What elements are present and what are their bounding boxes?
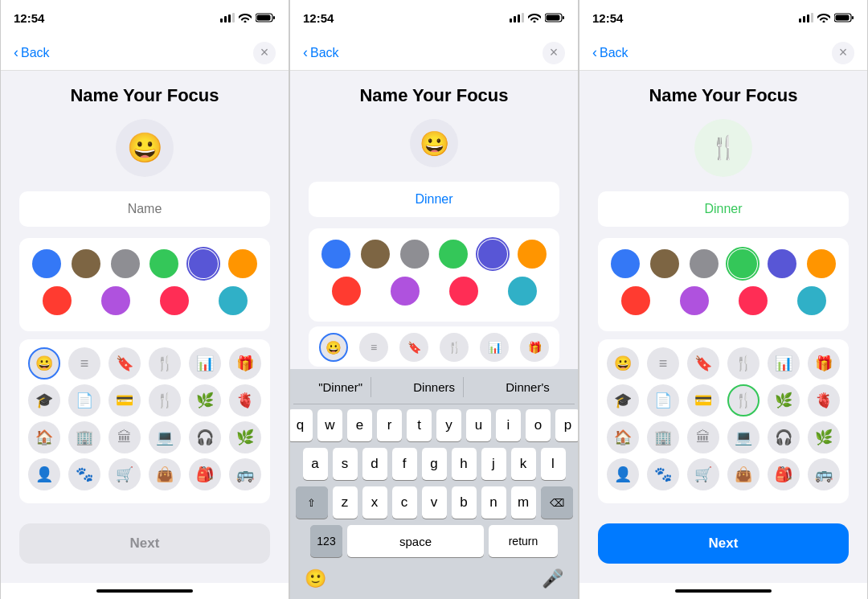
color-blue-3[interactable] xyxy=(611,249,640,278)
icon-gift-3[interactable]: 🎁 xyxy=(808,347,840,380)
icon-home-3[interactable]: 🏠 xyxy=(607,421,639,453)
emoji-kb-icon[interactable]: 🙂 xyxy=(305,568,326,589)
icon-grad-3[interactable]: 🎓 xyxy=(607,384,639,416)
color-teal-2[interactable] xyxy=(508,277,537,306)
icon-cart-cell[interactable]: 🛒 xyxy=(108,458,141,490)
icon-heart-cell[interactable]: 🫀 xyxy=(229,384,261,416)
icon-bus-3[interactable]: 🚌 xyxy=(808,458,840,490)
icon-emoji-2a[interactable]: 😀 xyxy=(319,333,348,362)
close-button-1[interactable]: × xyxy=(253,42,276,64)
back-button-3[interactable]: ‹ Back xyxy=(592,44,628,61)
icon-leaf-3[interactable]: 🌿 xyxy=(768,384,800,416)
color-green[interactable] xyxy=(149,249,178,278)
icon-backpack-3[interactable]: 🎒 xyxy=(768,458,800,490)
key-u[interactable]: u xyxy=(466,409,491,441)
icon-doc-cell[interactable]: 📄 xyxy=(68,384,100,416)
next-button-3[interactable]: Next xyxy=(598,523,849,564)
icon-emoji-cell[interactable]: 😀 xyxy=(28,347,60,380)
icon-person-cell[interactable]: 👤 xyxy=(28,458,60,490)
icon-home-cell[interactable]: 🏠 xyxy=(28,421,60,453)
key-s[interactable]: s xyxy=(333,448,358,480)
icon-headphones-3[interactable]: 🎧 xyxy=(768,421,800,453)
icon-backpack-cell[interactable]: 🎒 xyxy=(189,458,221,490)
icon-list-cell[interactable]: ≡ xyxy=(68,347,100,380)
key-j[interactable]: j xyxy=(481,448,506,480)
color-gray[interactable] xyxy=(111,249,140,278)
icon-bookmark-3[interactable]: 🔖 xyxy=(687,347,719,380)
color-green-3[interactable] xyxy=(728,249,757,278)
key-x[interactable]: x xyxy=(362,486,387,519)
key-p[interactable]: p xyxy=(555,409,578,441)
color-brown-2[interactable] xyxy=(361,240,390,269)
color-orange-2[interactable] xyxy=(518,240,547,269)
color-gray-3[interactable] xyxy=(690,249,719,278)
key-i[interactable]: i xyxy=(496,409,521,441)
color-green-2[interactable] xyxy=(439,240,468,269)
icon-laptop-cell[interactable]: 💻 xyxy=(149,421,181,453)
focus-icon-2[interactable]: 😀 xyxy=(410,119,458,167)
key-q[interactable]: q xyxy=(290,409,313,441)
color-purple-2[interactable] xyxy=(478,240,507,269)
icon-card-cell[interactable]: 💳 xyxy=(108,384,141,416)
icon-person-3[interactable]: 👤 xyxy=(607,458,639,490)
name-input-2[interactable] xyxy=(309,192,559,207)
key-d[interactable]: d xyxy=(362,448,387,480)
color-purple-3[interactable] xyxy=(768,249,796,278)
key-n[interactable]: n xyxy=(481,486,506,519)
color-teal-3[interactable] xyxy=(797,286,826,315)
suggestion-1[interactable]: "Dinner" xyxy=(310,377,371,397)
icon-gift-cell[interactable]: 🎁 xyxy=(229,347,261,380)
icon-paw-cell[interactable]: 🐾 xyxy=(68,458,100,490)
key-h[interactable]: h xyxy=(452,448,477,480)
key-b[interactable]: b xyxy=(452,486,477,519)
key-m[interactable]: m xyxy=(511,486,536,519)
name-input-3[interactable] xyxy=(598,202,849,216)
color-orange-3[interactable] xyxy=(807,249,836,278)
suggestion-3[interactable]: Dinner's xyxy=(497,377,558,397)
key-c[interactable]: c xyxy=(392,486,417,519)
icon-fork-2[interactable]: 🍴 xyxy=(440,333,469,362)
icon-leaf-cell[interactable]: 🌿 xyxy=(189,384,221,416)
icon-laptop-3[interactable]: 💻 xyxy=(727,421,760,453)
icon-chart-2[interactable]: 📊 xyxy=(480,333,509,362)
color-crimson-2[interactable] xyxy=(449,277,478,306)
icon-utensils-3[interactable]: 🍴 xyxy=(727,384,760,416)
icon-list-2[interactable]: ≡ xyxy=(359,333,388,362)
focus-icon-1[interactable]: 😀 xyxy=(116,119,174,177)
icon-cart-3[interactable]: 🛒 xyxy=(687,458,719,490)
icon-emoji-3a[interactable]: 😀 xyxy=(607,347,639,380)
icon-doc-3[interactable]: 📄 xyxy=(647,384,679,416)
close-button-3[interactable]: × xyxy=(832,42,854,64)
focus-icon-3[interactable]: 🍴 xyxy=(694,119,752,177)
key-a[interactable]: a xyxy=(303,448,328,480)
key-z[interactable]: z xyxy=(333,486,358,519)
key-t[interactable]: t xyxy=(407,409,432,441)
key-o[interactable]: o xyxy=(526,409,551,441)
icon-grad-cell[interactable]: 🎓 xyxy=(28,384,60,416)
color-blue-2[interactable] xyxy=(321,240,350,269)
icon-utensils-cell[interactable]: 🍴 xyxy=(149,384,181,416)
color-violet-3[interactable] xyxy=(680,286,709,315)
key-delete[interactable]: ⌫ xyxy=(541,486,573,519)
key-e[interactable]: e xyxy=(347,409,372,441)
color-red-2[interactable] xyxy=(332,277,361,306)
color-teal[interactable] xyxy=(219,286,248,315)
icon-bank-cell[interactable]: 🏛 xyxy=(108,421,141,453)
suggestion-2[interactable]: Dinners xyxy=(405,377,464,397)
icon-gift-2[interactable]: 🎁 xyxy=(520,333,549,362)
key-k[interactable]: k xyxy=(511,448,536,480)
icon-heart-3[interactable]: 🫀 xyxy=(808,384,840,416)
color-crimson[interactable] xyxy=(160,286,189,315)
color-gray-2[interactable] xyxy=(400,240,429,269)
icon-card-3[interactable]: 💳 xyxy=(687,384,719,416)
mic-icon[interactable]: 🎤 xyxy=(542,568,563,589)
color-brown[interactable] xyxy=(72,249,100,278)
icon-bag-cell[interactable]: 👜 xyxy=(149,458,181,490)
icon-headphones-cell[interactable]: 🎧 xyxy=(189,421,221,453)
key-f[interactable]: f xyxy=(392,448,417,480)
key-g[interactable]: g xyxy=(422,448,447,480)
icon-bank-3[interactable]: 🏛 xyxy=(687,421,719,453)
icon-chart-cell[interactable]: 📊 xyxy=(189,347,221,380)
key-return[interactable]: return xyxy=(489,525,558,557)
icon-chart-3[interactable]: 📊 xyxy=(768,347,800,380)
